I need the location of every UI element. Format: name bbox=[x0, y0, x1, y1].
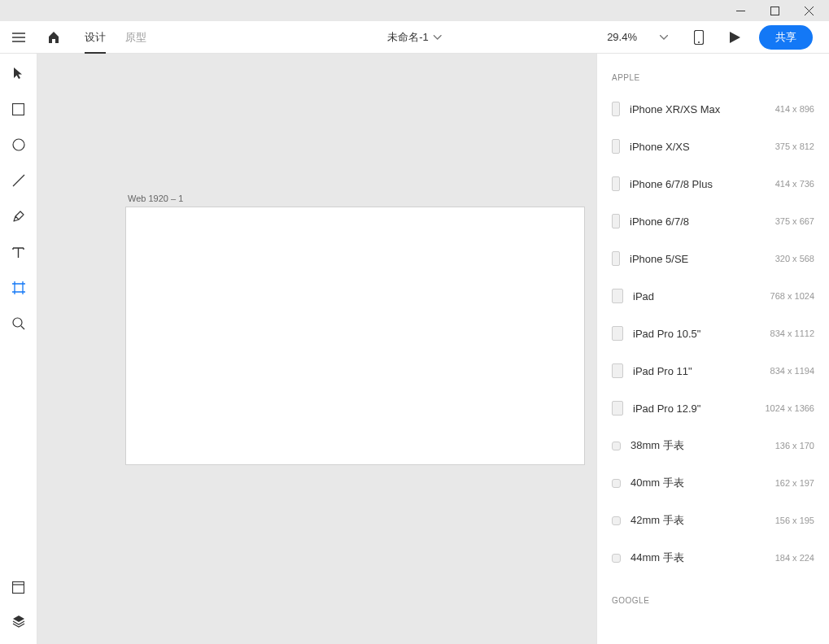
device-preset-row[interactable]: iPhone X/XS375 x 812 bbox=[597, 128, 829, 165]
device-preset-row[interactable]: 38mm 手表136 x 170 bbox=[597, 427, 829, 464]
top-toolbar: 设计 原型 未命名-1 29.4% 共享 bbox=[0, 21, 829, 54]
zoom-tool[interactable] bbox=[11, 315, 27, 332]
left-toolbar bbox=[0, 54, 37, 644]
device-preset-row[interactable]: iPad Pro 11"834 x 1194 bbox=[597, 352, 829, 389]
device-preset-dimensions: 136 x 170 bbox=[775, 441, 814, 450]
device-preset-name: iPad Pro 10.5" bbox=[633, 328, 770, 340]
artboard-presets-panel: APPLEiPhone XR/XS Max414 x 896iPhone X/X… bbox=[596, 54, 829, 644]
device-preset-name: iPhone 6/7/8 bbox=[630, 215, 775, 228]
device-preset-dimensions: 375 x 812 bbox=[775, 141, 814, 151]
home-icon bbox=[47, 31, 60, 44]
device-preset-dimensions: 414 x 736 bbox=[775, 179, 814, 189]
device-preset-row[interactable]: iPhone XR/XS Max414 x 896 bbox=[597, 90, 829, 128]
home-button[interactable] bbox=[37, 31, 70, 44]
window-titlebar bbox=[0, 0, 829, 21]
play-icon bbox=[730, 32, 740, 43]
svg-point-8 bbox=[698, 41, 700, 43]
circle-icon bbox=[12, 138, 25, 151]
device-preset-row[interactable]: iPad768 x 1024 bbox=[597, 277, 829, 315]
document-title-dropdown[interactable]: 未命名-1 bbox=[387, 30, 442, 45]
panel-section-header: APPLE bbox=[597, 54, 829, 90]
zoom-dropdown[interactable]: 29.4% bbox=[607, 31, 681, 43]
device-thumb-icon bbox=[612, 139, 620, 154]
artboard-label[interactable]: Web 1920 – 1 bbox=[128, 194, 183, 203]
device-preset-dimensions: 834 x 1194 bbox=[770, 366, 814, 376]
device-preset-name: 40mm 手表 bbox=[630, 476, 775, 490]
device-preset-dimensions: 834 x 1112 bbox=[770, 329, 814, 338]
device-preset-row[interactable]: 40mm 手表162 x 197 bbox=[597, 464, 829, 502]
canvas[interactable]: Web 1920 – 1 bbox=[37, 54, 596, 644]
window-close-button[interactable] bbox=[792, 0, 826, 21]
panel-section-header: GOOGLE bbox=[597, 577, 829, 613]
artboard-tool[interactable] bbox=[11, 280, 27, 296]
device-thumb-icon bbox=[612, 251, 620, 266]
device-preset-dimensions: 375 x 667 bbox=[775, 216, 814, 226]
line-icon bbox=[12, 174, 25, 187]
main-menu-button[interactable] bbox=[0, 33, 37, 42]
device-preset-dimensions: 414 x 896 bbox=[775, 104, 814, 114]
svg-line-13 bbox=[21, 326, 24, 329]
device-preset-name: iPhone 6/7/8 Plus bbox=[630, 178, 775, 190]
device-preset-name: iPad Pro 12.9" bbox=[633, 402, 765, 415]
window-minimize-button[interactable] bbox=[723, 0, 757, 21]
device-thumb-icon bbox=[612, 363, 623, 378]
svg-point-10 bbox=[13, 139, 24, 150]
line-tool[interactable] bbox=[11, 172, 27, 189]
device-thumb-icon bbox=[612, 442, 621, 450]
artboard-icon bbox=[12, 281, 25, 294]
device-preset-row[interactable]: iPhone 5/SE320 x 568 bbox=[597, 240, 829, 277]
device-preset-dimensions: 162 x 197 bbox=[775, 478, 814, 488]
document-title: 未命名-1 bbox=[387, 30, 429, 45]
tab-prototype[interactable]: 原型 bbox=[116, 21, 156, 54]
play-button[interactable] bbox=[717, 32, 753, 43]
chevron-down-icon bbox=[660, 35, 668, 40]
device-preset-row[interactable]: 44mm 手表184 x 224 bbox=[597, 539, 829, 577]
rectangle-tool[interactable] bbox=[11, 101, 27, 117]
artboard[interactable] bbox=[125, 207, 585, 465]
mobile-icon bbox=[694, 30, 704, 45]
device-preset-row[interactable]: iPhone 6/7/8 Plus414 x 736 bbox=[597, 165, 829, 202]
device-thumb-icon bbox=[612, 554, 621, 563]
hamburger-icon bbox=[12, 33, 25, 42]
chevron-down-icon bbox=[434, 35, 442, 40]
svg-rect-1 bbox=[770, 7, 779, 15]
share-button[interactable]: 共享 bbox=[759, 25, 813, 50]
layers-panel-button[interactable] bbox=[11, 613, 27, 629]
square-icon bbox=[12, 103, 24, 115]
assets-icon bbox=[12, 581, 24, 594]
tab-design[interactable]: 设计 bbox=[75, 21, 116, 54]
svg-rect-14 bbox=[13, 581, 24, 593]
device-preset-name: iPad Pro 11" bbox=[633, 365, 770, 377]
window-maximize-button[interactable] bbox=[757, 0, 792, 21]
select-tool[interactable] bbox=[11, 65, 27, 81]
device-preset-row[interactable]: 42mm 手表156 x 195 bbox=[597, 502, 829, 539]
device-preset-row[interactable]: iPhone 6/7/8375 x 667 bbox=[597, 202, 829, 240]
device-thumb-icon bbox=[612, 479, 621, 488]
device-preview-button[interactable] bbox=[681, 30, 717, 45]
assets-panel-button[interactable] bbox=[11, 579, 27, 595]
device-thumb-icon bbox=[612, 516, 621, 525]
pen-tool[interactable] bbox=[11, 208, 27, 224]
device-preset-name: 44mm 手表 bbox=[630, 550, 775, 565]
device-thumb-icon bbox=[612, 326, 623, 341]
device-preset-dimensions: 1024 x 1366 bbox=[765, 403, 814, 413]
device-thumb-icon bbox=[612, 289, 623, 303]
text-tool[interactable] bbox=[11, 244, 27, 260]
svg-rect-9 bbox=[13, 103, 24, 115]
svg-line-11 bbox=[13, 175, 24, 186]
workspace: Web 1920 – 1 APPLEiPhone XR/XS Max414 x … bbox=[0, 54, 829, 644]
device-preset-row[interactable]: iPad Pro 12.9"1024 x 1366 bbox=[597, 389, 829, 427]
device-preset-name: 38mm 手表 bbox=[630, 438, 775, 453]
svg-point-12 bbox=[13, 318, 22, 327]
device-preset-dimensions: 768 x 1024 bbox=[770, 291, 814, 301]
layers-icon bbox=[12, 615, 25, 628]
device-thumb-icon bbox=[612, 401, 623, 416]
device-preset-name: 42mm 手表 bbox=[630, 513, 775, 528]
pointer-icon bbox=[13, 67, 24, 80]
device-preset-dimensions: 320 x 568 bbox=[775, 254, 814, 263]
device-preset-dimensions: 156 x 195 bbox=[775, 516, 814, 525]
pen-icon bbox=[12, 210, 25, 223]
device-thumb-icon bbox=[612, 102, 620, 116]
device-preset-row[interactable]: iPad Pro 10.5"834 x 1112 bbox=[597, 315, 829, 352]
ellipse-tool[interactable] bbox=[11, 137, 27, 153]
